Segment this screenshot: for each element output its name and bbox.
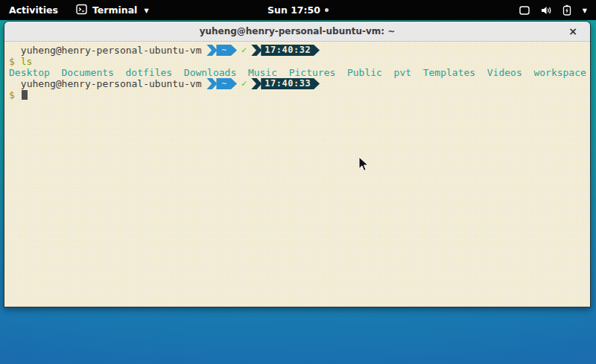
volume-icon (540, 5, 553, 16)
window-titlebar[interactable]: yuheng@henry-personal-ubuntu-vm: ~ × (4, 22, 590, 42)
powerline-chevron-icon (251, 45, 261, 56)
close-button[interactable]: × (566, 25, 580, 38)
battery-charging-icon (562, 4, 571, 16)
window-title: yuheng@henry-personal-ubuntu-vm: ~ (200, 26, 396, 36)
command-line: $ ls (9, 56, 590, 67)
terminal-screen[interactable]: yuheng@henry-personal-ubuntu-vm ~ ✓ 17:4… (4, 42, 590, 307)
prompt-path-segment: ~ (216, 78, 237, 89)
screen-icon (519, 5, 530, 16)
status-check-icon: ✓ (241, 78, 247, 89)
terminal-window: yuheng@henry-personal-ubuntu-vm: ~ × yuh… (4, 21, 591, 307)
prompt-path-segment: ~ (216, 45, 237, 56)
system-status-area[interactable]: ▼ (510, 0, 596, 20)
chevron-down-icon: ▼ (144, 7, 148, 14)
notification-dot (325, 8, 329, 12)
chevron-down-icon: ▼ (583, 7, 587, 14)
status-check-icon: ✓ (241, 45, 247, 56)
prompt-line: yuheng@henry-personal-ubuntu-vm ~ ✓ 17:4… (9, 78, 590, 89)
prompt-dollar: $ (9, 89, 15, 100)
prompt-line: yuheng@henry-personal-ubuntu-vm ~ ✓ 17:4… (9, 45, 590, 56)
terminal-cursor (22, 90, 28, 100)
input-line: $ (9, 89, 590, 100)
app-menu-label: Terminal (92, 4, 137, 16)
command-text: ls (21, 56, 33, 67)
powerline-chevron-icon (206, 45, 217, 56)
clock-label: Sun 17:50 (267, 4, 320, 16)
terminal-icon (76, 4, 87, 17)
prompt-user: yuheng@henry-personal-ubuntu-vm (15, 78, 201, 89)
powerline-chevron-icon (251, 78, 261, 89)
prompt-time-segment: 17:40:33 (261, 78, 320, 89)
top-bar: Activities Terminal ▼ Sun 17:50 (0, 0, 596, 20)
app-menu-terminal[interactable]: Terminal ▼ (67, 0, 158, 20)
powerline-chevron-icon (206, 78, 217, 89)
mouse-cursor-icon (358, 156, 369, 175)
ls-output: Desktop Documents dotfiles Downloads Mus… (9, 67, 590, 78)
prompt-dollar: $ (9, 56, 15, 67)
prompt-time-segment: 17:40:32 (261, 45, 320, 56)
activities-label: Activities (9, 4, 58, 16)
prompt-user: yuheng@henry-personal-ubuntu-vm (15, 45, 201, 56)
clock-button[interactable]: Sun 17:50 (260, 0, 336, 20)
activities-button[interactable]: Activities (0, 0, 67, 20)
